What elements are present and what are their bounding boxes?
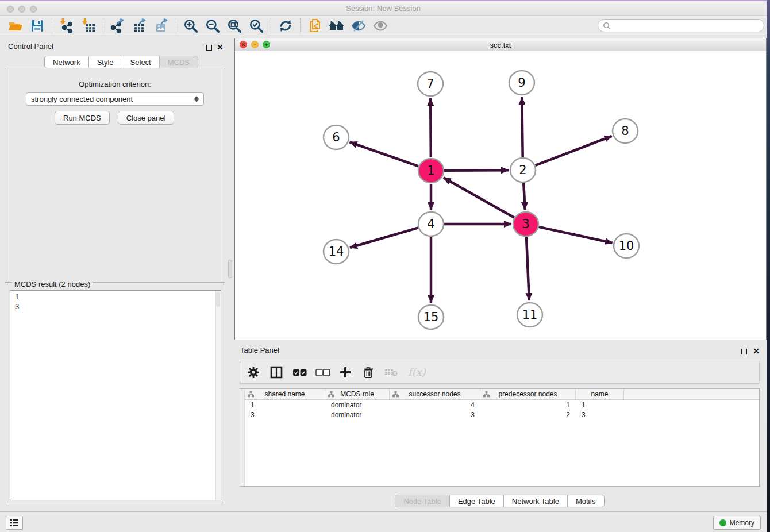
tab-select[interactable]: Select: [122, 56, 160, 68]
graph-edge-2-9[interactable]: [522, 97, 522, 157]
close-panel-icon[interactable]: ✕: [217, 43, 224, 52]
table-cell: dominator: [325, 401, 390, 409]
import-table-icon[interactable]: [78, 17, 99, 34]
graph-edge-4-14[interactable]: [350, 228, 418, 248]
memory-status-icon: [719, 519, 726, 526]
criterion-select[interactable]: strongly connected component: [26, 92, 204, 106]
svg-text:9: 9: [518, 76, 525, 90]
network-window: ✕ − + scc.txt 7968124314101511: [234, 38, 767, 340]
search-input[interactable]: [611, 22, 764, 30]
clone-network-icon[interactable]: [304, 17, 326, 34]
column-header-name[interactable]: name: [576, 389, 624, 399]
close-table-panel-icon[interactable]: ✕: [753, 347, 760, 356]
svg-text:4: 4: [427, 217, 434, 231]
table-cell: 3: [576, 411, 624, 419]
result-scrollbar[interactable]: [215, 291, 221, 500]
run-mcds-button[interactable]: Run MCDS: [55, 111, 110, 125]
graph-edge-2-8[interactable]: [535, 136, 611, 165]
svg-text:7: 7: [426, 77, 434, 91]
add-row-icon[interactable]: [338, 364, 353, 381]
tab-node-table[interactable]: Node Table: [395, 495, 450, 507]
graph-edge-3-11[interactable]: [526, 237, 529, 300]
control-panel: Control Panel ✕ Network Style Select MCD…: [0, 36, 230, 511]
svg-text:14: 14: [329, 245, 344, 259]
save-session-icon[interactable]: [26, 17, 48, 34]
graph-node-15[interactable]: 15: [418, 305, 444, 329]
tab-motifs[interactable]: Motifs: [568, 495, 604, 507]
zoom-selected-icon[interactable]: [245, 17, 267, 34]
table-row[interactable]: 3dominator323: [245, 410, 759, 419]
select-all-icon[interactable]: [292, 364, 307, 381]
graph-node-14[interactable]: 14: [324, 240, 349, 264]
main-toolbar-icons: [5, 17, 391, 34]
graph-node-4[interactable]: 4: [418, 212, 444, 236]
home-icon[interactable]: [326, 17, 348, 34]
table-gutter: [240, 389, 245, 486]
graph-node-8[interactable]: 8: [613, 119, 638, 143]
graph-edge-3-10[interactable]: [538, 227, 612, 243]
table-tabs: Node Table Edge Table Network Table Moti…: [233, 495, 767, 507]
open-session-icon[interactable]: [5, 17, 26, 34]
float-table-panel-icon[interactable]: [741, 348, 747, 356]
graph-edge-3-1[interactable]: [444, 178, 514, 217]
table-cell: 2: [480, 411, 576, 419]
graph-node-1[interactable]: 1: [418, 159, 444, 183]
close-panel-button[interactable]: Close panel: [118, 111, 175, 125]
toolbar-separator: [271, 18, 271, 33]
select-stepper-icon: [194, 96, 199, 102]
hide-selected-icon[interactable]: [348, 17, 369, 34]
export-image-icon[interactable]: [151, 17, 172, 34]
tab-edge-table[interactable]: Edge Table: [450, 495, 504, 507]
network-canvas-svg[interactable]: 7968124314101511: [235, 51, 766, 340]
toolbar-separator: [300, 18, 301, 33]
delete-row-icon[interactable]: [361, 364, 376, 381]
zoom-fit-icon[interactable]: [224, 17, 245, 34]
tab-network[interactable]: Network: [45, 56, 89, 68]
deselect-all-icon[interactable]: [315, 364, 330, 381]
vertical-splitter-handle[interactable]: [228, 260, 232, 278]
search-field[interactable]: [598, 19, 764, 32]
memory-button[interactable]: Memory: [713, 516, 761, 530]
graph-edge-2-3[interactable]: [523, 183, 525, 210]
column-header-MCDS-role[interactable]: MCDS role: [325, 389, 390, 399]
graph-node-9[interactable]: 9: [509, 71, 534, 95]
show-all-icon[interactable]: [369, 17, 391, 34]
mcds-result-text[interactable]: 1 3: [10, 290, 221, 500]
column-header-predecessor-nodes[interactable]: predecessor nodes: [480, 389, 576, 399]
desktop-right-edge: [767, 0, 770, 532]
memory-label: Memory: [730, 519, 754, 527]
columns-icon[interactable]: [269, 364, 284, 381]
mcds-result-title: MCDS result (2 nodes): [12, 280, 93, 288]
export-network-icon[interactable]: [107, 17, 129, 34]
graph-node-7[interactable]: 7: [418, 72, 443, 96]
import-network-icon[interactable]: [56, 17, 78, 34]
zoom-out-icon[interactable]: [202, 17, 224, 34]
column-header-successor-nodes[interactable]: successor nodes: [390, 389, 480, 399]
export-table-icon[interactable]: [129, 17, 151, 34]
table-cell: dominator: [325, 411, 390, 419]
graph-node-3[interactable]: 3: [513, 212, 538, 236]
tab-network-table[interactable]: Network Table: [504, 495, 568, 507]
settings-gear-icon[interactable]: [246, 364, 261, 381]
column-header-shared-name[interactable]: shared name: [245, 389, 325, 399]
zoom-in-icon[interactable]: [180, 17, 202, 34]
tab-mcds[interactable]: MCDS: [160, 56, 198, 68]
tab-style[interactable]: Style: [89, 56, 122, 68]
task-history-button[interactable]: [6, 516, 23, 530]
graph-edge-1-6[interactable]: [350, 142, 419, 166]
svg-text:6: 6: [332, 130, 340, 144]
toolbar-separator: [52, 18, 52, 33]
graph-node-11[interactable]: 11: [517, 303, 542, 327]
graph-node-10[interactable]: 10: [614, 234, 639, 258]
graph-node-2[interactable]: 2: [510, 158, 536, 182]
table-row[interactable]: 1dominator411: [245, 400, 759, 410]
network-canvas[interactable]: 7968124314101511: [235, 51, 766, 340]
network-window-title: scc.txt: [235, 41, 766, 49]
graph-node-6[interactable]: 6: [324, 125, 349, 149]
float-panel-icon[interactable]: [206, 44, 212, 52]
refresh-icon[interactable]: [275, 17, 297, 34]
network-window-titlebar[interactable]: ✕ − + scc.txt: [235, 38, 766, 51]
table-panel-title: Table Panel: [240, 346, 279, 354]
graph-edge-1-7[interactable]: [430, 98, 431, 157]
graph-edge-1-2[interactable]: [444, 170, 509, 171]
